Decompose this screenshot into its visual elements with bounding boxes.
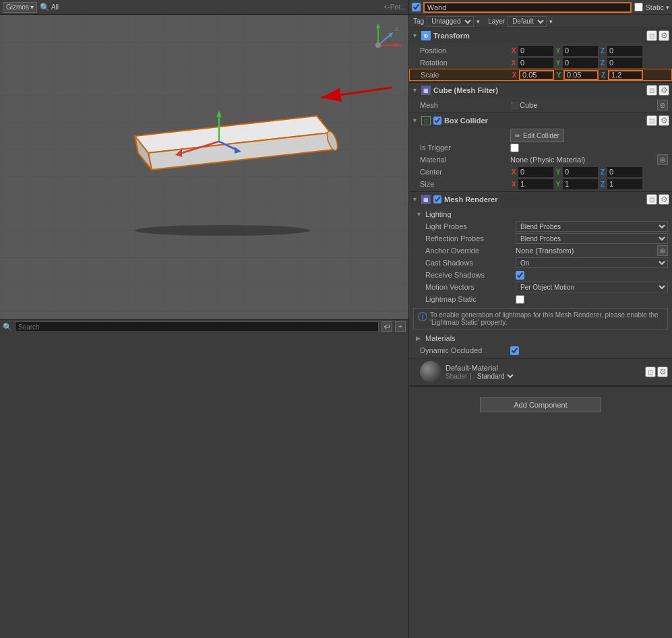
center-z-label: Z: [599, 168, 606, 176]
center-xyz: X Y Z: [510, 167, 668, 177]
material-info: Default-Material Shader | Standard: [446, 364, 516, 381]
is-trigger-value: [510, 143, 668, 152]
mesh-filter-header[interactable]: ▼ ▦ Cube (Mesh Filter) ⊡ ⚙: [409, 83, 672, 98]
box-collider-header[interactable]: ▼ □ Box Collider ⊡ ⚙: [409, 113, 672, 128]
scale-y-input[interactable]: [563, 70, 599, 80]
scene-canvas[interactable]: Y X Z: [0, 15, 408, 319]
lightmap-static-value: [516, 295, 668, 304]
is-trigger-checkbox[interactable]: [510, 143, 519, 152]
transform-icon: ⊕: [421, 31, 431, 40]
info-text: To enable generation of lightmaps for th…: [430, 311, 663, 326]
dynamic-occluded-checkbox[interactable]: [510, 346, 519, 355]
scale-z-input[interactable]: [608, 70, 643, 80]
receive-shadows-checkbox[interactable]: [516, 271, 524, 280]
transform-collapse-btn[interactable]: ⊡: [646, 30, 657, 41]
scale-x-input[interactable]: [519, 70, 554, 80]
transform-header[interactable]: ▼ ⊕ Transform ⊡ ⚙: [409, 28, 672, 43]
material-component: Default-Material Shader | Standard ⊡ ⚙: [409, 358, 672, 387]
tag-button[interactable]: 🏷: [381, 321, 392, 332]
mesh-picker-btn[interactable]: ◎: [657, 100, 668, 110]
motion-vectors-dropdown[interactable]: Per Object Motion: [516, 282, 668, 292]
material-gear-btn[interactable]: ⚙: [657, 366, 668, 377]
lightmap-info-box: ⓘ To enable generation of lightmaps for …: [413, 308, 668, 329]
rot-y-input[interactable]: [563, 58, 598, 68]
scale-y-label: Y: [555, 71, 562, 79]
center-label: Center: [420, 168, 508, 176]
object-name-input[interactable]: [423, 2, 632, 13]
pos-x-label: X: [510, 47, 517, 55]
size-z-label: Z: [599, 181, 606, 188]
collider-material-picker[interactable]: ◎: [657, 154, 668, 165]
size-y-input[interactable]: [563, 179, 598, 189]
tag-label: Tag: [413, 18, 424, 25]
center-z-input[interactable]: [607, 167, 642, 177]
dynamic-occluded-value: [510, 346, 668, 355]
is-trigger-row: Is Trigger: [409, 141, 672, 154]
shader-dropdown[interactable]: Standard: [475, 372, 516, 381]
material-collapse-btn[interactable]: ⊡: [645, 366, 656, 377]
rot-z-input[interactable]: [607, 58, 642, 68]
material-row: Default-Material Shader | Standard ⊡ ⚙: [409, 358, 672, 386]
box-collider-toggle[interactable]: [433, 117, 441, 125]
cast-shadows-dropdown[interactable]: On: [516, 257, 668, 268]
mesh-renderer-collapse-btn[interactable]: ⊡: [646, 194, 657, 205]
layer-dropdown-btn[interactable]: ▾: [549, 18, 553, 25]
mesh-renderer-header[interactable]: ▼ ▦ Mesh Renderer ⊡ ⚙: [409, 192, 672, 207]
lighting-arrow: ▼: [416, 211, 423, 218]
mesh-renderer-toggle[interactable]: [433, 195, 441, 203]
size-z-input[interactable]: [607, 179, 642, 189]
reflection-probes-dropdown[interactable]: Blend Probes: [516, 233, 668, 244]
lightmap-static-checkbox[interactable]: [516, 295, 524, 304]
center-row: Center X Y Z: [409, 166, 672, 178]
gizmos-label: Gizmos: [6, 3, 29, 11]
gizmos-arrow: ▾: [30, 3, 34, 11]
scale-x-label: X: [511, 71, 518, 79]
static-row: Static ▾: [634, 3, 669, 11]
layer-dropdown[interactable]: Default: [508, 16, 547, 27]
edit-collider-row: ✏ Edit Collider: [409, 129, 672, 141]
static-dropdown-arrow[interactable]: ▾: [666, 4, 669, 11]
tag-dropdown-btn[interactable]: ▾: [477, 18, 480, 25]
pos-z-input[interactable]: [607, 46, 642, 56]
size-row: Size X Y Z: [409, 178, 672, 190]
size-label: Size: [420, 180, 508, 188]
mesh-filter-gear-btn[interactable]: ⚙: [659, 85, 669, 96]
center-x-input[interactable]: [518, 167, 553, 177]
add-component-button[interactable]: Add Component: [480, 397, 601, 412]
rot-x-input[interactable]: [518, 58, 553, 68]
materials-foldout[interactable]: ▶ Materials: [409, 332, 672, 344]
box-collider-collapse-btn[interactable]: ⊡: [646, 115, 657, 126]
tag-dropdown[interactable]: Untagged: [427, 16, 474, 27]
size-xyz: X Y Z: [510, 179, 668, 189]
light-probes-dropdown[interactable]: Blend Probes: [516, 221, 668, 232]
edit-collider-button[interactable]: ✏ Edit Collider: [510, 129, 564, 142]
transform-gear-btn[interactable]: ⚙: [659, 30, 669, 41]
center-y-input[interactable]: [563, 167, 598, 177]
plus-button[interactable]: +: [395, 321, 406, 332]
object-active-toggle[interactable]: [412, 3, 421, 11]
box-collider-icon: □: [421, 116, 431, 125]
pos-x-input[interactable]: [518, 46, 553, 56]
mesh-filter-component: ▼ ▦ Cube (Mesh Filter) ⊡ ⚙ Mesh ⬛ Cube: [409, 83, 672, 113]
rot-y-label: Y: [555, 59, 561, 67]
svg-point-12: [135, 225, 310, 236]
cast-shadows-value: On: [516, 257, 668, 268]
scale-row: Scale X Y Z: [409, 69, 672, 81]
size-x-input[interactable]: [518, 179, 553, 189]
viewport-compass[interactable]: Y X Z: [355, 22, 402, 69]
scene-bottom-bar: 🔍 🏷 +: [0, 319, 408, 334]
materials-label: Materials: [425, 334, 456, 342]
lighting-foldout[interactable]: ▼ Lighting: [409, 208, 672, 220]
mesh-filter-collapse-btn[interactable]: ⊡: [646, 85, 657, 96]
anchor-override-picker[interactable]: ◎: [657, 245, 668, 256]
mesh-renderer-gear-btn[interactable]: ⚙: [659, 194, 669, 205]
gizmos-button[interactable]: Gizmos ▾: [3, 2, 37, 13]
mesh-renderer-foldout: ▼: [412, 196, 419, 203]
svg-marker-18: [216, 110, 222, 117]
scene-search-input[interactable]: [15, 321, 379, 332]
static-checkbox[interactable]: [634, 3, 643, 11]
pos-y-input[interactable]: [563, 46, 598, 56]
pos-y-label: Y: [555, 47, 561, 55]
box-collider-gear-btn[interactable]: ⚙: [659, 115, 669, 126]
collider-material-value: None (Physic Material) ◎: [510, 154, 668, 165]
